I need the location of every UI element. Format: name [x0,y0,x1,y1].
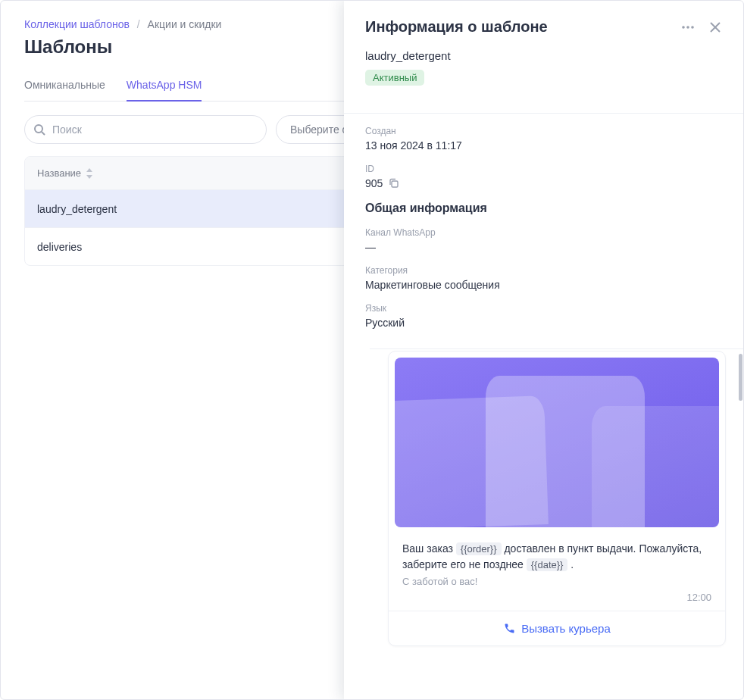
variable-date: {{date}} [527,558,568,571]
id-label: ID [365,164,723,174]
scrollbar[interactable] [739,354,742,401]
more-icon [680,20,696,35]
message-body: Ваш заказ {{order}} доставлен в пункт вы… [389,533,725,576]
close-button[interactable] [708,20,723,37]
search-icon [33,123,45,136]
id-value: 905 [365,177,723,189]
tab-omnichannel[interactable]: Омниканальные [24,71,105,102]
svg-point-3 [686,26,689,29]
call-courier-button[interactable]: Вызвать курьера [389,611,725,645]
message-footer: С заботой о вас! [389,576,725,592]
hero-image [395,358,719,527]
svg-point-4 [691,26,694,29]
template-name: laudry_detergent [365,49,723,62]
section-general: Общая информация [365,202,723,215]
language-value: Русский [365,317,723,329]
svg-point-2 [682,26,685,29]
category-label: Категория [365,265,723,276]
more-button[interactable] [679,18,697,39]
language-label: Язык [365,303,723,314]
svg-line-1 [42,132,45,135]
status-badge: Активный [365,70,424,86]
close-icon [709,21,721,33]
tab-whatsapp-hsm[interactable]: WhatsApp HSM [127,71,202,102]
channel-value: — [365,241,723,253]
copy-icon[interactable] [389,178,399,189]
svg-rect-7 [392,181,398,187]
variable-order: {{order}} [456,542,502,555]
search-input[interactable] [24,115,267,144]
svg-point-0 [35,125,42,133]
phone-icon [503,623,515,635]
channel-label: Канал WhatsApp [365,227,723,238]
breadcrumb-root[interactable]: Коллекции шаблонов [24,18,130,30]
message-time: 12:00 [389,592,725,611]
panel-title: Информация о шаблоне [365,18,548,36]
message-card: Ваш заказ {{order}} доставлен в пункт вы… [388,351,726,646]
breadcrumb-current: Акции и скидки [148,18,222,30]
template-preview: Ваш заказ {{order}} доставлен в пункт вы… [370,348,744,700]
category-value: Маркетинговые сообщения [365,279,723,291]
created-label: Создан [365,126,723,136]
sort-icon [86,168,93,179]
search-field[interactable] [24,115,267,144]
created-value: 13 ноя 2024 в 11:17 [365,139,723,152]
